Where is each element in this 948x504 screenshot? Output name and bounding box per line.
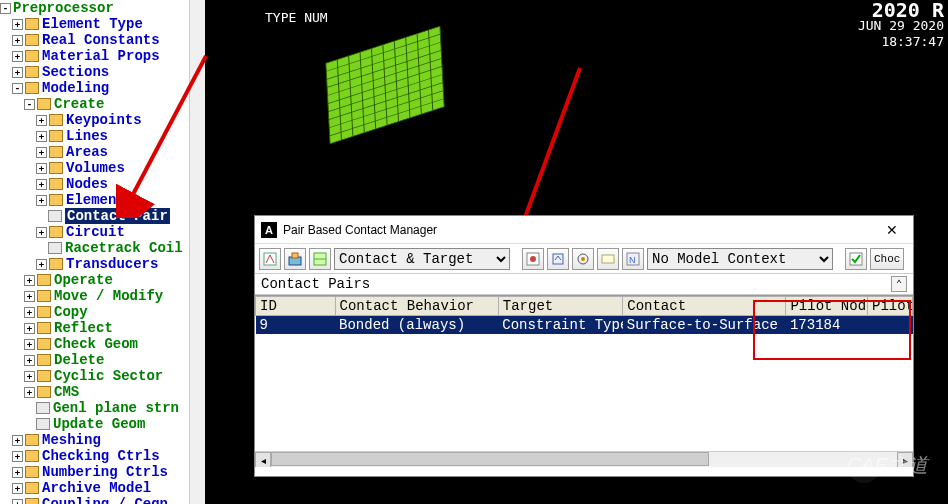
col-id[interactable]: ID (256, 297, 336, 316)
collapse-icon[interactable]: - (0, 3, 11, 14)
col-contact[interactable]: Contact (623, 297, 786, 316)
tree-item[interactable]: +CMS (0, 384, 205, 400)
table-h-scrollbar[interactable]: ◂ ▸ (255, 451, 913, 467)
expand-icon[interactable]: + (24, 323, 35, 334)
col-behavior[interactable]: Contact Behavior (335, 297, 498, 316)
expand-icon[interactable]: + (24, 387, 35, 398)
expand-icon[interactable]: + (12, 51, 23, 62)
display-select[interactable]: Contact & Target (334, 248, 510, 270)
tree-item[interactable]: +Transducers (0, 256, 205, 272)
tree-item[interactable]: +Meshing (0, 432, 205, 448)
folder-icon (49, 178, 63, 190)
tree-scrollbar[interactable] (189, 0, 205, 504)
tree-item[interactable]: +Element Type (0, 16, 205, 32)
scroll-left-icon[interactable]: ◂ (255, 452, 271, 467)
tool-settings-icon[interactable] (572, 248, 594, 270)
folder-icon (37, 274, 51, 286)
tree-item[interactable]: +Sections (0, 64, 205, 80)
expand-icon[interactable]: + (24, 307, 35, 318)
collapse-icon[interactable]: - (12, 83, 23, 94)
tree-item-label: Keypoints (66, 112, 142, 128)
folder-icon (25, 82, 39, 94)
tool-plot-icon[interactable] (522, 248, 544, 270)
folder-icon (25, 498, 39, 504)
expand-icon[interactable]: + (36, 227, 47, 238)
expand-icon[interactable]: + (24, 275, 35, 286)
expand-icon[interactable]: + (36, 131, 47, 142)
tree-item[interactable]: +Real Constants (0, 32, 205, 48)
col-pilot[interactable]: Pilot (868, 297, 913, 316)
expand-icon[interactable]: + (36, 195, 47, 206)
expand-icon[interactable]: + (24, 355, 35, 366)
tree-item[interactable]: +Operate (0, 272, 205, 288)
close-button[interactable]: ✕ (877, 220, 907, 240)
tree-item[interactable]: -Create (0, 96, 205, 112)
collapse-icon[interactable]: - (24, 99, 35, 110)
expand-icon[interactable]: + (36, 259, 47, 270)
expand-icon[interactable]: + (36, 147, 47, 158)
col-pilot-node[interactable]: Pilot Node (786, 297, 868, 316)
tree-item[interactable]: Genl plane strn (0, 400, 205, 416)
tree-item[interactable]: +Nodes (0, 176, 205, 192)
expand-icon[interactable]: + (12, 467, 23, 478)
expand-icon[interactable]: + (36, 179, 47, 190)
context-select[interactable]: No Model Context (647, 248, 833, 270)
tool-check-icon[interactable] (845, 248, 867, 270)
expand-icon[interactable]: + (24, 291, 35, 302)
tree-item-label: Move / Modify (54, 288, 163, 304)
expand-icon[interactable]: + (12, 435, 23, 446)
col-target[interactable]: Target (498, 297, 622, 316)
tool-wizard-icon[interactable] (259, 248, 281, 270)
tree-item[interactable]: +Elements (0, 192, 205, 208)
tree-item[interactable]: +Copy (0, 304, 205, 320)
tree-item[interactable]: +Check Geom (0, 336, 205, 352)
tree-item[interactable]: Update Geom (0, 416, 205, 432)
tool-icon-8[interactable]: N (622, 248, 644, 270)
tree-item[interactable]: Racetrack Coil (0, 240, 205, 256)
tree-item[interactable]: +Keypoints (0, 112, 205, 128)
watermark: ✦ CAE之道 (847, 452, 928, 479)
expand-icon[interactable]: + (24, 339, 35, 350)
tree-item-label: Contact Pair (65, 208, 170, 224)
expand-icon[interactable]: + (12, 35, 23, 46)
expand-icon[interactable]: + (12, 19, 23, 30)
collapse-list-icon[interactable]: ⌃ (891, 276, 907, 292)
tree-item[interactable]: +Cyclic Sector (0, 368, 205, 384)
tree-item[interactable]: +Areas (0, 144, 205, 160)
expand-icon[interactable]: + (12, 67, 23, 78)
dialog-titlebar[interactable]: A Pair Based Contact Manager ✕ (255, 216, 913, 244)
tool-icon-2[interactable] (284, 248, 306, 270)
scroll-thumb[interactable] (271, 452, 709, 466)
tool-icon-5[interactable] (547, 248, 569, 270)
expand-icon[interactable]: + (12, 499, 23, 505)
divider (205, 0, 221, 504)
tree-item[interactable]: +Numbering Ctrls (0, 464, 205, 480)
time-text: 18:37:47 (858, 34, 944, 50)
folder-icon (37, 338, 51, 350)
svg-rect-23 (292, 253, 298, 258)
tree-item[interactable]: +Volumes (0, 160, 205, 176)
tool-icon-3[interactable] (309, 248, 331, 270)
expand-icon[interactable]: + (24, 371, 35, 382)
expand-icon[interactable]: + (36, 115, 47, 126)
choc-button[interactable]: Choc (870, 248, 904, 270)
expand-icon[interactable]: + (12, 451, 23, 462)
tool-icon-7[interactable] (597, 248, 619, 270)
tree-item[interactable]: Contact Pair (0, 208, 205, 224)
expand-icon[interactable]: + (12, 483, 23, 494)
tree-item[interactable]: +Material Props (0, 48, 205, 64)
tree-item[interactable]: +Delete (0, 352, 205, 368)
scroll-track[interactable] (271, 452, 897, 467)
tree-item[interactable]: +Reflect (0, 320, 205, 336)
tree-item[interactable]: +Checking Ctrls (0, 448, 205, 464)
expand-icon[interactable]: + (36, 163, 47, 174)
table-row[interactable]: 9 Bonded (always) Constraint Type Surfac… (256, 316, 913, 335)
tree-item[interactable]: +Archive Model (0, 480, 205, 496)
tree-item-label: Modeling (42, 80, 109, 96)
tree-item[interactable]: +Circuit (0, 224, 205, 240)
tree-item[interactable]: +Lines (0, 128, 205, 144)
tree-item[interactable]: +Move / Modify (0, 288, 205, 304)
tree-item[interactable]: -Modeling (0, 80, 205, 96)
tree-root[interactable]: - Preprocessor (0, 0, 205, 16)
tree-item[interactable]: +Coupling / Ceqn (0, 496, 205, 504)
